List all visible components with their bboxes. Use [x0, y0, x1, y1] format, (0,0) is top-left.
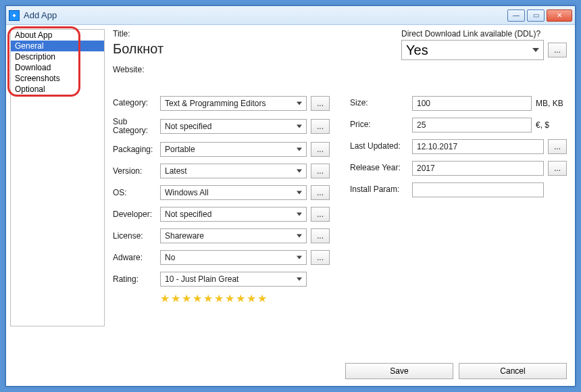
- minimize-button[interactable]: —: [507, 9, 525, 22]
- os-select[interactable]: Windows All: [160, 185, 307, 200]
- sidebar-item-download[interactable]: Download: [11, 62, 104, 73]
- packaging-select[interactable]: Portable: [160, 142, 307, 157]
- title-input[interactable]: [113, 40, 381, 58]
- rating-label: Rating:: [113, 275, 156, 284]
- rating-select[interactable]: 10 - Just Plain Great: [160, 272, 307, 287]
- title-label: Title:: [113, 29, 381, 39]
- add-app-window: Add App — ▭ ✕ About App General Descript…: [5, 5, 576, 387]
- chevron-down-icon: [297, 125, 302, 128]
- category-more-button[interactable]: ...: [311, 96, 330, 111]
- chevron-down-icon: [297, 256, 302, 260]
- window-controls: — ▭ ✕: [507, 9, 572, 22]
- install-param-input[interactable]: [412, 182, 544, 197]
- subcategory-select[interactable]: Not specified: [160, 119, 307, 134]
- developer-label: Developer:: [113, 210, 156, 219]
- last-updated-more-button[interactable]: ...: [548, 139, 567, 154]
- price-input[interactable]: [412, 118, 532, 132]
- website-label: Website:: [113, 65, 381, 74]
- maximize-button[interactable]: ▭: [527, 9, 545, 22]
- subcategory-label: Sub Category:: [113, 118, 156, 135]
- developer-more-button[interactable]: ...: [311, 207, 330, 222]
- sidebar-item-optional[interactable]: Optional: [11, 84, 104, 95]
- category-select[interactable]: Text & Programming Editors: [160, 96, 307, 111]
- main-panel: Title: Website: Direct Download Link ava…: [109, 29, 571, 382]
- last-updated-label: Last Updated:: [350, 142, 408, 151]
- close-button[interactable]: ✕: [547, 9, 572, 22]
- chevron-down-icon: [297, 213, 302, 216]
- adware-label: Adware:: [113, 253, 156, 262]
- adware-select[interactable]: No: [160, 250, 307, 265]
- version-label: Version:: [113, 167, 156, 176]
- packaging-more-button[interactable]: ...: [311, 142, 330, 157]
- titlebar: Add App — ▭ ✕: [6, 6, 575, 25]
- license-label: License:: [113, 232, 156, 241]
- sidebar-wrap: About App General Description Download S…: [10, 29, 105, 382]
- size-input[interactable]: [412, 96, 532, 111]
- version-more-button[interactable]: ...: [311, 164, 330, 178]
- sidebar-item-general[interactable]: General: [11, 41, 104, 51]
- price-unit: €, $: [536, 120, 567, 130]
- subcategory-more-button[interactable]: ...: [311, 119, 330, 134]
- size-label: Size:: [350, 99, 408, 107]
- chevron-down-icon: [297, 235, 302, 238]
- os-label: OS:: [113, 189, 156, 197]
- chevron-down-icon: [297, 148, 302, 151]
- last-updated-input[interactable]: [412, 139, 544, 154]
- app-icon: [9, 10, 20, 21]
- price-label: Price:: [350, 120, 408, 129]
- version-select[interactable]: Latest: [160, 164, 307, 178]
- developer-select[interactable]: Not specified: [160, 207, 307, 222]
- sidebar-item-screenshots[interactable]: Screenshots: [11, 73, 104, 84]
- size-unit: MB, KB: [536, 99, 567, 108]
- chevron-down-icon: [532, 48, 539, 52]
- chevron-down-icon: [297, 191, 302, 195]
- sidebar-item-about-app[interactable]: About App: [11, 30, 104, 41]
- packaging-label: Packaging:: [113, 145, 156, 154]
- ddl-more-button[interactable]: ...: [548, 43, 567, 57]
- release-year-label: Release Year:: [350, 164, 408, 172]
- ddl-value: Yes: [406, 43, 428, 58]
- install-param-label: Install Param:: [350, 185, 408, 194]
- save-button[interactable]: Save: [345, 363, 453, 379]
- chevron-down-icon: [297, 102, 302, 105]
- ddl-block: Direct Download Link available (DDL)? Ye…: [401, 29, 567, 76]
- chevron-down-icon: [297, 278, 302, 281]
- sidebar-item-description[interactable]: Description: [11, 51, 104, 62]
- footer-buttons: Save Cancel: [345, 363, 567, 379]
- chevron-down-icon: [297, 170, 302, 173]
- category-label: Category:: [113, 99, 156, 107]
- adware-more-button[interactable]: ...: [311, 250, 330, 265]
- cancel-button[interactable]: Cancel: [459, 363, 567, 379]
- ddl-label: Direct Download Link available (DDL)?: [401, 29, 567, 39]
- ddl-select[interactable]: Yes: [401, 40, 544, 60]
- license-more-button[interactable]: ...: [311, 228, 330, 243]
- release-year-more-button[interactable]: ...: [548, 161, 567, 176]
- rating-stars: ★★★★★★★★★★: [160, 292, 330, 305]
- release-year-input[interactable]: [412, 161, 544, 176]
- title-block: Title: Website:: [113, 29, 381, 76]
- left-column: Category: Text & Programming Editors ...…: [113, 96, 330, 305]
- window-title: Add App: [24, 10, 507, 20]
- license-select[interactable]: Shareware: [160, 228, 307, 243]
- top-row: Title: Website: Direct Download Link ava…: [113, 29, 567, 76]
- right-column: Size: MB, KB Price: €, $ Last Updated: .…: [350, 96, 567, 305]
- window-body: About App General Description Download S…: [6, 25, 575, 386]
- form-grid: Category: Text & Programming Editors ...…: [113, 96, 567, 305]
- sidebar: About App General Description Download S…: [10, 29, 105, 326]
- os-more-button[interactable]: ...: [311, 185, 330, 200]
